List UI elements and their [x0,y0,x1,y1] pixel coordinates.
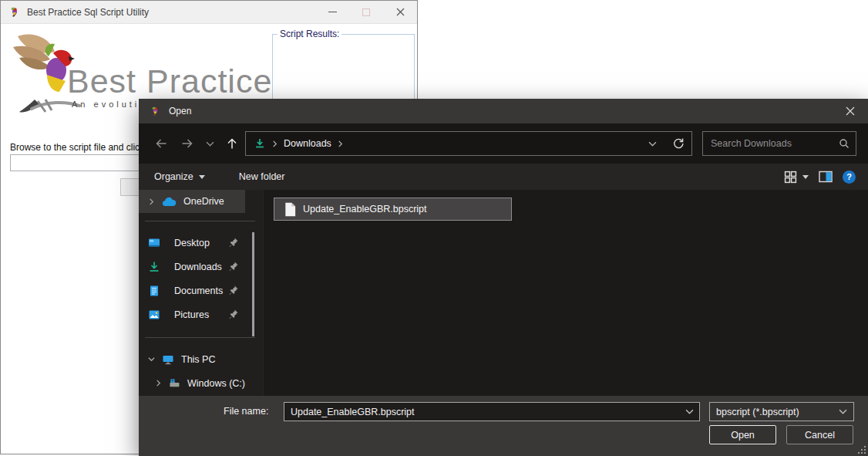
quick-access-list: Desktop Downloads [139,231,263,326]
open-dialog: Open [139,99,868,456]
dialog-footer: File name: bpscript (*.bpscript) Open Ca… [139,396,868,456]
dialog-toolbar: Organize New folder [139,164,868,190]
sidebar-item-label: Documents [174,285,223,296]
windows-drive-icon [169,377,180,390]
open-button[interactable]: Open [709,425,776,444]
sidebar-item-desktop[interactable]: Desktop [139,231,245,255]
sidebar-item-onedrive[interactable]: OneDrive [139,190,245,213]
sidebar-item-label: Windows (C:) [187,378,245,389]
onedrive-cloud-icon [162,197,177,207]
up-arrow-icon [225,137,239,150]
help-button[interactable]: ? [843,171,856,184]
app-close-button[interactable] [383,1,417,24]
organize-button[interactable]: Organize [154,171,205,182]
pin-icon [228,237,239,248]
file-type-value: bpscript (*.bpscript) [716,407,839,417]
sidebar-scrollbar[interactable] [252,232,254,336]
dialog-content: OneDrive Desktop [139,190,868,396]
downloads-icon [254,137,266,150]
file-icon [284,202,296,217]
resize-grip[interactable] [858,446,866,454]
maximize-icon [362,8,370,16]
sidebar-item-downloads[interactable]: Downloads [139,255,245,279]
sidebar-item-windows-c[interactable]: Windows (C:) [139,371,245,395]
caret-down-icon [802,175,809,179]
file-name-input[interactable] [284,407,679,417]
this-pc-icon [162,353,174,366]
chevron-down-icon [206,140,214,148]
chevron-down-icon [839,407,847,416]
file-name-combobox [284,402,700,421]
minimize-icon [328,12,337,12]
sidebar-divider [145,337,255,338]
sidebar-item-this-pc[interactable]: This PC [139,347,245,371]
breadcrumb-separator-icon [271,140,278,147]
dialog-close-button[interactable] [833,99,868,123]
sidebar-item-label: OneDrive [183,196,224,207]
close-icon [846,106,855,116]
search-box[interactable] [702,131,856,156]
chevron-right-icon [154,380,163,387]
cancel-button-label: Cancel [805,430,835,441]
close-icon [396,8,405,16]
app-maximize-button[interactable] [349,1,383,24]
toolbar-right-group: ? [784,171,856,184]
up-button[interactable] [219,130,245,157]
search-input[interactable] [711,138,839,149]
dialog-title: Open [169,106,191,117]
file-type-select[interactable]: bpscript (*.bpscript) [709,402,854,421]
cancel-button[interactable]: Cancel [786,425,853,444]
sidebar-item-pictures[interactable]: Pictures [139,302,245,326]
dialog-titlebar: Open [139,99,868,123]
preview-pane-button[interactable] [819,171,833,183]
file-item-name: Update_EnableGBR.bpscript [303,204,427,214]
recent-locations-button[interactable] [200,130,219,157]
file-name-dropdown-button[interactable] [679,407,699,416]
caret-down-icon [199,175,205,179]
app-minimize-button[interactable] [315,1,349,24]
app-window-title: Best Practice Sql Script Utility [27,7,149,18]
address-bar[interactable]: Downloads [245,131,692,156]
app-titlebar: Best Practice Sql Script Utility [1,1,417,24]
sidebar-item-documents[interactable]: Documents [139,279,245,302]
back-button[interactable] [148,130,174,157]
file-item-selected[interactable]: Update_EnableGBR.bpscript [274,198,512,221]
forward-arrow-icon [180,137,194,150]
logo-tagline: An evolutio [72,100,147,109]
file-list: Update_EnableGBR.bpscript [263,190,868,396]
refresh-button[interactable] [665,132,691,155]
sidebar-item-label: This PC [181,354,215,365]
open-button-label: Open [731,430,755,441]
preview-pane-icon [819,171,833,183]
browse-instruction: Browse to the script file and click th [10,142,140,153]
views-button[interactable] [784,171,809,184]
organize-label: Organize [154,171,193,182]
pin-icon [228,285,239,296]
grid-view-icon [784,171,797,184]
sidebar-divider [145,221,255,221]
chevron-down-icon [685,407,694,416]
logo-wordmark: Best Practice [67,62,272,100]
chevron-down-icon [648,140,657,148]
sidebar-item-label: Desktop [174,238,210,248]
new-folder-button[interactable]: New folder [239,171,285,182]
pictures-icon [148,309,160,321]
screen: Best Practice Sql Script Utility [0,0,868,456]
refresh-icon [672,137,685,150]
forward-button[interactable] [174,130,200,157]
file-name-label: File name: [224,406,268,417]
new-folder-label: New folder [239,171,285,182]
script-results-label: Script Results: [278,29,341,39]
dialog-nav-row: Downloads [139,123,868,164]
pin-icon [228,261,239,272]
breadcrumb-downloads[interactable]: Downloads [284,138,331,149]
desktop-icon [148,237,160,249]
dialog-bird-icon [150,106,161,117]
app-window-controls [315,1,417,24]
breadcrumb-separator-icon [337,140,344,147]
sidebar-item-label: Pictures [174,309,209,320]
pin-icon [228,309,239,319]
back-arrow-icon [154,137,168,150]
previous-locations-button[interactable] [639,132,665,155]
sidebar-item-label: Downloads [174,262,222,272]
